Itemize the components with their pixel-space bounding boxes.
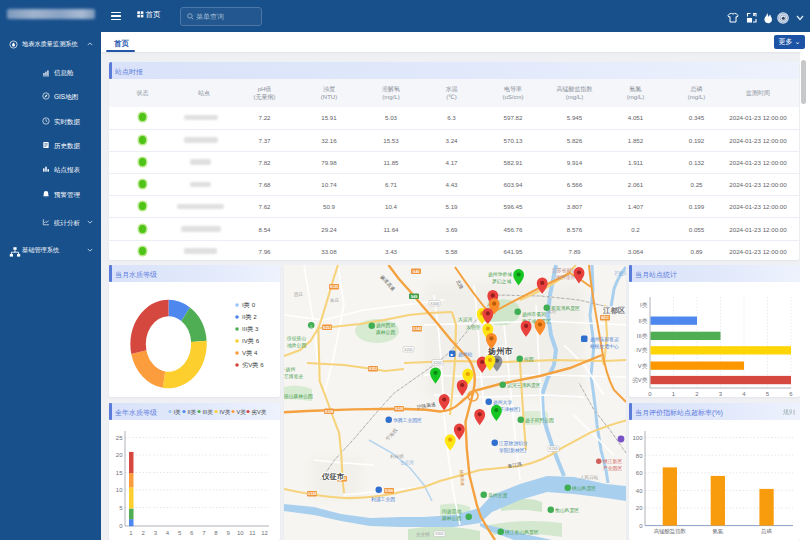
svg-text:利浦工业园: 利浦工业园: [371, 496, 395, 503]
svg-text:高锰酸盐指数: 高锰酸盐指数: [654, 528, 687, 535]
svg-text:劣V类 6: 劣V类 6: [242, 361, 264, 369]
svg-text:G345: G345: [413, 327, 422, 331]
svg-text:镇山风景区: 镇山风景区: [571, 486, 596, 491]
svg-text:IV类: IV类: [636, 347, 647, 353]
svg-text:II类: II类: [188, 409, 197, 415]
svg-text:产业园区: 产业园区: [603, 465, 622, 471]
svg-text:茱萸湾风景区: 茱萸湾风景区: [551, 305, 580, 312]
svg-text:K205: K205: [549, 447, 557, 451]
svg-text:1: 1: [672, 391, 676, 397]
svg-text:80: 80: [636, 453, 643, 459]
svg-text:扬州东部客运: 扬州东部客运: [590, 336, 619, 343]
svg-text:V类 4: V类 4: [242, 349, 258, 356]
svg-text:劣V类: 劣V类: [632, 377, 648, 384]
svg-text:G328: G328: [308, 492, 317, 496]
svg-text:朱庄: 朱庄: [330, 298, 340, 303]
svg-text:10: 10: [116, 487, 123, 493]
svg-text:总磷: 总磷: [760, 528, 772, 534]
svg-text:5: 5: [119, 505, 123, 511]
svg-text:朴席镇: 朴席镇: [389, 454, 404, 459]
svg-text:梦幻之城: 梦幻之城: [492, 278, 511, 285]
svg-text:G40: G40: [413, 270, 420, 274]
svg-text:镇江新区: 镇江新区: [602, 458, 622, 464]
svg-text:IV类: IV类: [220, 409, 231, 415]
svg-text:森林公园: 森林公园: [442, 516, 461, 521]
svg-text:2: 2: [695, 391, 699, 397]
svg-text:20: 20: [636, 505, 643, 511]
svg-text:9: 9: [226, 530, 230, 536]
svg-text:3: 3: [154, 530, 158, 536]
svg-text:S353: S353: [323, 326, 331, 330]
svg-text:S353: S353: [369, 367, 377, 371]
svg-text:S328: S328: [395, 407, 403, 411]
svg-text:2: 2: [141, 530, 145, 536]
svg-text:V类: V类: [237, 409, 247, 415]
svg-text:10: 10: [237, 530, 244, 536]
svg-text:瓜州古渡: 瓜州古渡: [488, 492, 507, 499]
svg-text:仪征市: 仪征市: [321, 472, 345, 481]
svg-text:0: 0: [639, 523, 643, 529]
svg-text:I类: I类: [174, 409, 182, 415]
svg-text:扬州市衢冈: 扬州市衢冈: [522, 311, 546, 318]
svg-text:江都区: 江都区: [602, 306, 626, 315]
svg-text:X306: X306: [430, 302, 438, 306]
svg-text:镇江金山风景区: 镇江金山风景区: [504, 530, 539, 535]
svg-text:扬州西郊: 扬州西郊: [376, 322, 395, 329]
svg-text:捺山森林公园: 捺山森林公园: [284, 393, 313, 400]
svg-text:大明寺: 大明寺: [466, 324, 481, 330]
svg-text:0: 0: [648, 391, 652, 397]
svg-text:江苏旅游职业: 江苏旅游职业: [498, 440, 528, 447]
svg-text:地质公园: 地质公园: [286, 342, 306, 348]
svg-text:业业镇: 业业镇: [416, 532, 430, 537]
svg-text:X201: X201: [404, 348, 412, 352]
svg-text:4: 4: [166, 530, 170, 536]
svg-text:X202: X202: [433, 361, 441, 365]
svg-text:II类 2: II类 2: [242, 313, 257, 320]
svg-text:学院(新校区): 学院(新校区): [499, 447, 527, 454]
svg-text:I类: I类: [640, 302, 648, 308]
svg-text:闰扬湿地: 闰扬湿地: [442, 508, 461, 515]
svg-text:S328: S328: [325, 410, 333, 414]
svg-text:7: 7: [202, 530, 206, 536]
svg-text:6: 6: [190, 530, 194, 536]
svg-text:20: 20: [116, 452, 123, 458]
svg-text:5: 5: [178, 530, 182, 536]
svg-text:III类 3: III类 3: [242, 325, 259, 332]
svg-text:S49: S49: [411, 295, 417, 299]
svg-text:劣V类: 劣V类: [252, 409, 267, 416]
svg-text:氨氮: 氨氮: [712, 528, 723, 534]
svg-text:5: 5: [766, 391, 770, 397]
svg-text:焦山风景区: 焦山风景区: [555, 508, 579, 513]
svg-text:艺博览会: 艺博览会: [284, 373, 303, 380]
svg-text:100: 100: [632, 435, 643, 441]
svg-text:S356: S356: [385, 489, 393, 493]
svg-text:12: 12: [261, 530, 268, 536]
svg-text:闲管理所: 闲管理所: [556, 274, 575, 281]
svg-text:II类: II类: [638, 318, 647, 324]
svg-text:仪征捺山: 仪征捺山: [286, 335, 306, 342]
svg-text:森林公园: 森林公园: [376, 330, 395, 335]
svg-text:I类 0: I类 0: [242, 301, 256, 308]
svg-text:S125: S125: [330, 285, 338, 289]
svg-text:15: 15: [116, 470, 123, 476]
svg-text:25: 25: [116, 435, 123, 441]
svg-text:40: 40: [636, 488, 643, 494]
svg-text:X301: X301: [435, 532, 443, 536]
svg-text:枢纽交通中心: 枢纽交通中心: [590, 343, 619, 349]
svg-text:6: 6: [789, 391, 793, 397]
svg-text:大运河: 大运河: [458, 317, 473, 322]
svg-text:11: 11: [249, 530, 256, 536]
svg-text:古运河: 古运河: [400, 460, 414, 465]
svg-text:△: △: [310, 324, 313, 328]
svg-text:运河三湾风景区: 运河三湾风景区: [507, 382, 541, 388]
svg-text:江苏省邮仙: 江苏省邮仙: [551, 267, 576, 274]
svg-text:3: 3: [719, 391, 723, 397]
svg-text:8: 8: [214, 530, 218, 536]
svg-text:0: 0: [119, 523, 123, 529]
svg-text:华腾工业园区: 华腾工业园区: [393, 417, 422, 423]
svg-text:III类: III类: [203, 409, 214, 415]
svg-text:1: 1: [129, 530, 133, 536]
svg-text:S611: S611: [601, 316, 609, 320]
svg-text:III类: III类: [637, 333, 648, 339]
svg-text:扬子郊野公园: 扬子郊野公园: [525, 417, 554, 424]
